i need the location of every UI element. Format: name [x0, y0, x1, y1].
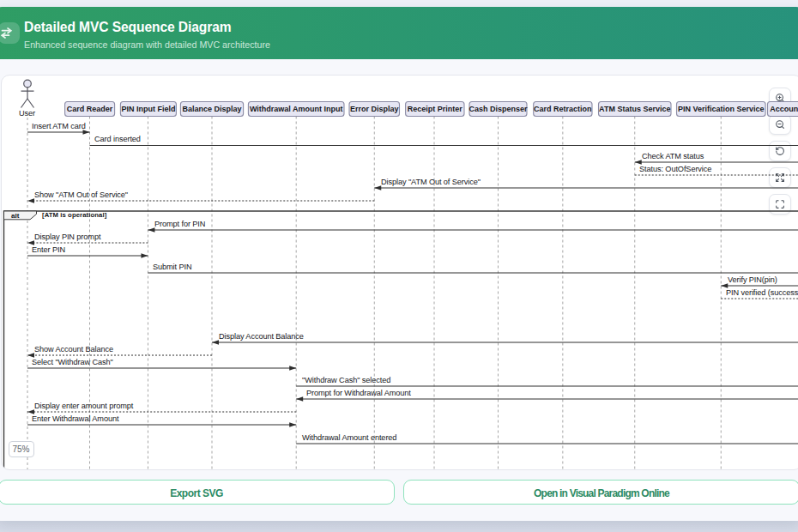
svg-text:Display "ATM Out of Service": Display "ATM Out of Service" — [381, 177, 481, 185]
svg-text:Display Account Balance: Display Account Balance — [219, 331, 304, 340]
svg-text:Error Display: Error Display — [350, 104, 399, 112]
svg-text:Show Account Balance: Show Account Balance — [34, 344, 113, 353]
svg-text:Card Reader: Card Reader — [67, 104, 113, 112]
svg-text:Withdrawal Amount Input: Withdrawal Amount Input — [250, 104, 343, 112]
svg-text:[ATM is operational]: [ATM is operational] — [42, 211, 107, 219]
svg-text:"Withdraw Cash" selected: "Withdraw Cash" selected — [302, 375, 390, 384]
svg-text:alt: alt — [11, 211, 20, 219]
svg-text:Check ATM status: Check ATM status — [642, 151, 704, 160]
svg-text:Enter Withdrawal Amount: Enter Withdrawal Amount — [32, 414, 119, 422]
svg-text:Show "ATM Out of Service": Show "ATM Out of Service" — [34, 190, 128, 198]
svg-text:Display PIN prompt: Display PIN prompt — [34, 232, 101, 240]
svg-text:Display enter amount prompt: Display enter amount prompt — [34, 401, 134, 409]
svg-text:Prompt for PIN: Prompt for PIN — [154, 219, 205, 227]
svg-text:Insert ATM card: Insert ATM card — [32, 121, 86, 130]
svg-text:PIN Verification Service: PIN Verification Service — [678, 104, 765, 112]
svg-text:Withdrawal Amount entered: Withdrawal Amount entered — [302, 432, 396, 441]
svg-text:Verify PIN(pin): Verify PIN(pin) — [728, 275, 777, 283]
svg-text:Prompt for Withdrawal Amount: Prompt for Withdrawal Amount — [306, 388, 411, 396]
svg-text:Card inserted: Card inserted — [94, 135, 141, 143]
svg-text:Submit PIN: Submit PIN — [153, 262, 191, 270]
svg-text:PIN verified (success): PIN verified (success) — [726, 287, 798, 296]
svg-text:Select "Withdraw Cash": Select "Withdraw Cash" — [32, 357, 113, 366]
svg-text:Account Service: Account Service — [770, 104, 798, 112]
svg-text:User: User — [19, 108, 35, 117]
svg-text:PIN Input Field: PIN Input Field — [121, 104, 175, 112]
svg-text:Balance Display: Balance Display — [182, 104, 241, 112]
svg-text:Receipt Printer: Receipt Printer — [408, 104, 463, 112]
svg-text:Enter PIN: Enter PIN — [32, 245, 65, 253]
svg-text:Status: OutOfService: Status: OutOfService — [639, 164, 711, 172]
svg-text:ATM Status Service: ATM Status Service — [599, 104, 670, 112]
svg-text:Card Retraction: Card Retraction — [534, 104, 592, 112]
svg-text:Cash Dispenser: Cash Dispenser — [469, 104, 528, 112]
